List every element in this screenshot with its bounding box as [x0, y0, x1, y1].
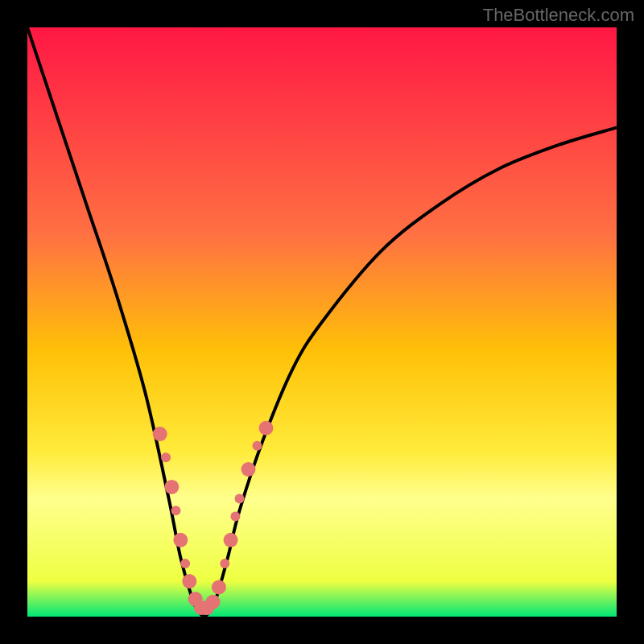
data-point [182, 574, 196, 588]
data-point [242, 462, 256, 477]
data-point [153, 427, 167, 441]
data-point [212, 580, 226, 594]
data-point [252, 441, 262, 451]
data-point [220, 559, 229, 568]
data-point [224, 533, 238, 547]
plot-area [27, 27, 617, 617]
chart-container: TheBottleneck.com [0, 0, 644, 644]
data-point [235, 494, 245, 504]
data-point [164, 480, 179, 494]
data-point [180, 559, 190, 568]
bottleneck-chart [27, 27, 617, 617]
data-point [258, 421, 273, 436]
data-point [171, 506, 180, 515]
data-point [161, 452, 171, 462]
watermark-text: TheBottleneck.com [483, 5, 634, 26]
data-point [230, 512, 240, 522]
data-point [173, 533, 188, 547]
data-point [206, 595, 221, 609]
